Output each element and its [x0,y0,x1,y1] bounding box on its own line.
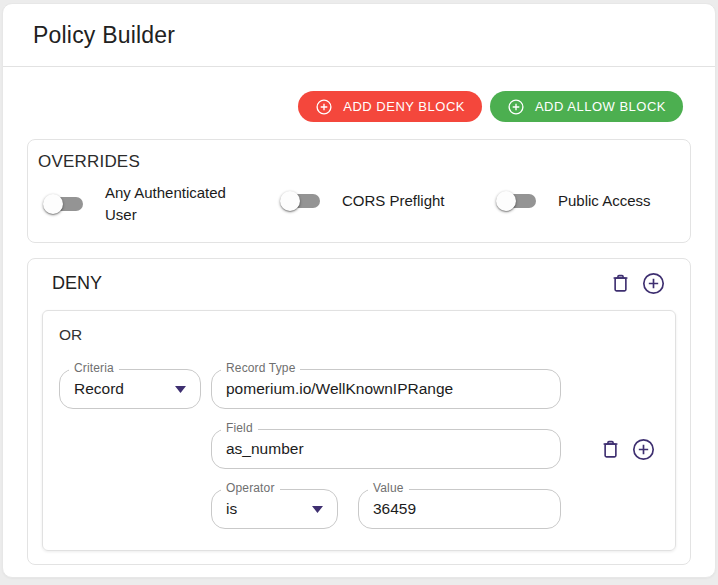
field-row: Field [211,429,659,469]
operator-select-label: Operator [221,481,280,495]
record-type-label: Record Type [221,361,300,375]
block-actions-row: ADD DENY BLOCK ADD ALLOW BLOCK [27,91,691,122]
panel-header: Policy Builder [3,4,715,67]
operator-select[interactable]: Operator is [211,489,338,529]
trash-icon [609,272,632,295]
deny-block-actions [609,271,666,296]
delete-deny-block-button[interactable] [609,272,632,295]
add-rule-button[interactable] [631,437,656,462]
plus-circle-icon [641,271,666,296]
criteria-select-value: Record [74,380,167,398]
group-operator-label: OR [59,326,659,344]
toggle-label: Any Authenticated User [105,182,255,226]
or-group-card: OR Criteria Record Record Type [42,310,676,551]
add-allow-block-button[interactable]: ADD ALLOW BLOCK [490,91,683,122]
deny-block-section: DENY [27,258,691,565]
switch-thumb [280,191,300,211]
add-deny-block-label: ADD DENY BLOCK [343,99,465,114]
delete-rule-button[interactable] [599,438,622,461]
any-authenticated-user-switch[interactable] [38,185,93,223]
plus-circle-icon [315,98,333,116]
overrides-section: OVERRIDES Any Authenticated User CORS Pr… [27,139,691,243]
record-type-input[interactable] [226,380,546,398]
field-field: Field [211,429,561,469]
plus-circle-icon [507,98,525,116]
record-type-field: Record Type [211,369,561,409]
rule-actions [599,437,656,462]
criteria-select-label: Criteria [69,361,119,375]
deny-block-title: DENY [52,273,102,294]
toggle-label: CORS Preflight [342,190,445,212]
trash-icon [599,438,622,461]
chevron-down-icon [175,386,186,393]
toggle-any-authenticated-user: Any Authenticated User [38,182,275,226]
toggle-cors-preflight: CORS Preflight [275,182,491,220]
field-label: Field [221,421,258,435]
overrides-title: OVERRIDES [38,152,680,172]
value-field: Value [358,489,561,529]
public-access-switch[interactable] [491,182,546,220]
value-input[interactable] [373,500,546,518]
criteria-select[interactable]: Criteria Record [59,369,201,409]
deny-block-header: DENY [42,269,676,296]
add-deny-block-button[interactable]: ADD DENY BLOCK [298,91,482,122]
switch-thumb [43,194,63,214]
criteria-row: Criteria Record Record Type [59,369,659,409]
overrides-toggles-row: Any Authenticated User CORS Preflight Pu… [38,182,680,226]
cors-preflight-switch[interactable] [275,182,330,220]
toggle-public-access: Public Access [491,182,651,220]
operator-select-value: is [226,500,304,518]
plus-circle-icon [631,437,656,462]
chevron-down-icon [312,506,323,513]
add-rule-group-button[interactable] [641,271,666,296]
page-title: Policy Builder [33,22,175,49]
field-input[interactable] [226,440,546,458]
value-label: Value [368,481,409,495]
switch-thumb [496,191,516,211]
toggle-label: Public Access [558,190,651,212]
add-allow-block-label: ADD ALLOW BLOCK [535,99,666,114]
operator-value-row: Operator is Value [211,489,659,529]
policy-builder-panel: Policy Builder ADD DENY BLOCK ADD ALLOW … [2,3,716,578]
panel-body: ADD DENY BLOCK ADD ALLOW BLOCK OVERRIDES [3,67,715,578]
